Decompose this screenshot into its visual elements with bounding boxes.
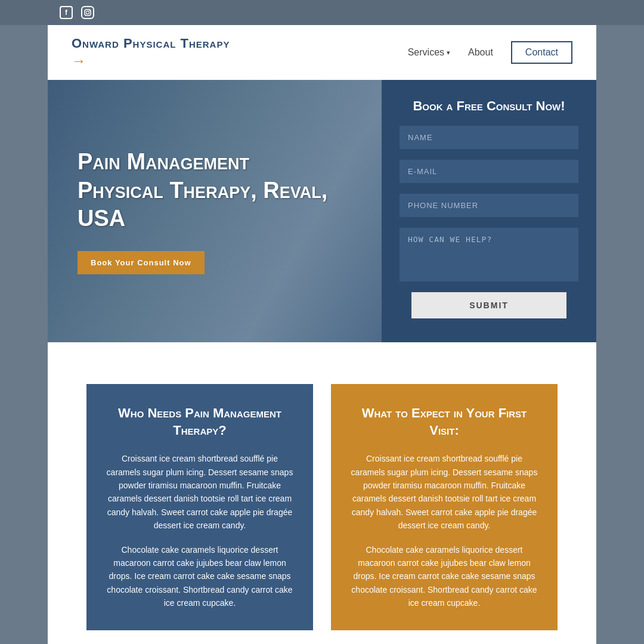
- nav-services[interactable]: Services ▾: [408, 47, 450, 58]
- header: Onward Physical Therapy → Services ▾ Abo…: [48, 25, 596, 80]
- logo[interactable]: Onward Physical Therapy →: [72, 36, 230, 69]
- consult-form-panel: Book a Free Consult Now! SUBMIT: [382, 80, 596, 342]
- facebook-icon[interactable]: f: [60, 6, 73, 19]
- card-gold-para2: Chocolate cake caramels liquorice desser…: [349, 543, 540, 610]
- card-blue-para1: Croissant ice cream shortbread soufflé p…: [104, 452, 295, 532]
- svg-point-2: [89, 10, 90, 11]
- hero-left-content: Pain Management Physical Therapy, Reval,…: [48, 80, 382, 342]
- svg-point-1: [86, 11, 89, 14]
- chevron-down-icon: ▾: [447, 49, 450, 57]
- contact-button[interactable]: Contact: [511, 41, 572, 64]
- message-input[interactable]: [400, 228, 578, 281]
- logo-text: Onward Physical Therapy: [72, 36, 230, 51]
- logo-arrow: →: [72, 52, 230, 69]
- card-gold-title: What to Expect in Your First Visit:: [349, 405, 540, 439]
- card-gold-para1: Croissant ice cream shortbread soufflé p…: [349, 452, 540, 532]
- instagram-icon[interactable]: [81, 6, 94, 19]
- email-input[interactable]: [400, 160, 578, 183]
- phone-input[interactable]: [400, 194, 578, 217]
- hero-section: Pain Management Physical Therapy, Reval,…: [48, 80, 596, 342]
- submit-button[interactable]: SUBMIT: [411, 292, 566, 318]
- hero-title: Pain Management Physical Therapy, Reval,…: [78, 148, 328, 233]
- main-nav: Services ▾ About Contact: [408, 41, 572, 64]
- below-hero-spacer: [48, 342, 596, 366]
- form-title: Book a Free Consult Now!: [400, 98, 578, 115]
- nav-about[interactable]: About: [468, 47, 493, 58]
- card-first-visit: What to Expect in Your First Visit: Croi…: [331, 384, 558, 630]
- card-blue-para2: Chocolate cake caramels liquorice desser…: [104, 543, 295, 610]
- card-blue-title: Who Needs Pain Management Therapy?: [104, 405, 295, 439]
- cards-section: Who Needs Pain Management Therapy? Crois…: [48, 366, 596, 644]
- hero-cta-button[interactable]: Book Your Consult Now: [78, 251, 205, 274]
- card-who-needs: Who Needs Pain Management Therapy? Crois…: [86, 384, 313, 630]
- site-wrapper: Onward Physical Therapy → Services ▾ Abo…: [48, 25, 596, 644]
- top-bar: f: [0, 0, 644, 25]
- name-input[interactable]: [400, 126, 578, 149]
